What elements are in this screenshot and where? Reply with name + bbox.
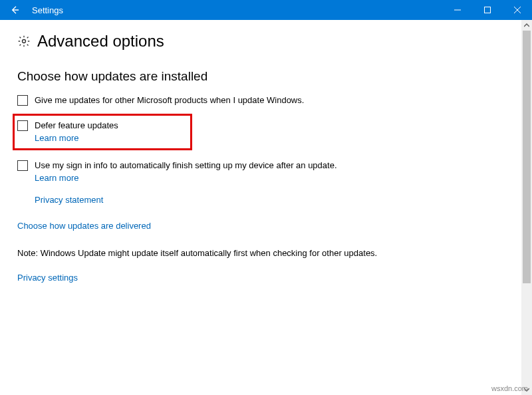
signin-label-text: Use my sign in info to automatically fin… — [35, 160, 337, 170]
chevron-up-icon — [524, 23, 529, 28]
vertical-scrollbar[interactable] — [521, 20, 532, 395]
back-button[interactable] — [0, 0, 29, 20]
watermark: wsxdn.com — [491, 384, 528, 392]
option-other-products: Give me updates for other Microsoft prod… — [17, 94, 515, 106]
titlebar: Settings — [0, 0, 532, 20]
maximize-icon — [484, 7, 491, 13]
scroll-thumb[interactable] — [523, 31, 531, 283]
option-signin-info: Use my sign in info to automatically fin… — [17, 160, 515, 184]
back-arrow-icon — [9, 5, 20, 15]
page-title: Advanced options — [37, 32, 164, 51]
update-note: Note: Windows Update might update itself… — [17, 248, 515, 258]
scroll-up-button[interactable] — [521, 20, 532, 31]
defer-label-text: Defer feature updates — [35, 120, 118, 130]
option-defer-updates: Defer feature updates Learn more — [17, 120, 185, 144]
page-header: Advanced options — [17, 32, 515, 51]
minimize-button[interactable] — [442, 0, 472, 20]
checkbox-signin-info[interactable] — [17, 160, 28, 171]
checkbox-other-products[interactable] — [17, 95, 28, 106]
svg-point-4 — [23, 40, 26, 43]
learn-more-signin-link[interactable]: Learn more — [35, 172, 337, 184]
option-label: Give me updates for other Microsoft prod… — [35, 94, 304, 106]
learn-more-defer-link[interactable]: Learn more — [35, 132, 118, 144]
checkbox-defer-updates[interactable] — [17, 120, 28, 131]
window-title: Settings — [32, 5, 63, 15]
privacy-settings-link[interactable]: Privacy settings — [17, 273, 515, 283]
section-heading: Choose how updates are installed — [17, 69, 515, 84]
minimize-icon — [454, 7, 461, 13]
privacy-statement-row: Privacy statement — [17, 195, 515, 205]
privacy-statement-link[interactable]: Privacy statement — [35, 195, 103, 205]
svg-rect-1 — [484, 7, 490, 13]
window-controls — [442, 0, 532, 20]
option-label: Defer feature updates Learn more — [35, 120, 118, 144]
maximize-button[interactable] — [472, 0, 502, 20]
close-button[interactable] — [502, 0, 532, 20]
option-label: Use my sign in info to automatically fin… — [35, 160, 337, 184]
gear-icon — [17, 35, 31, 48]
delivered-link[interactable]: Choose how updates are delivered — [17, 221, 515, 231]
close-icon — [514, 7, 521, 13]
content-area: Advanced options Choose how updates are … — [0, 20, 532, 283]
highlight-defer-updates: Defer feature updates Learn more — [13, 114, 192, 150]
